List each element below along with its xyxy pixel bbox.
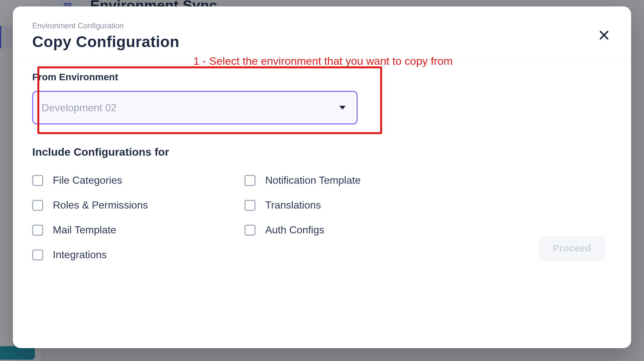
modal-body: From Environment Development 02 Include … <box>13 60 631 274</box>
checkbox-auth-configs[interactable]: Auth Configs <box>245 224 360 236</box>
close-button[interactable] <box>594 26 614 45</box>
checkbox-translations[interactable]: Translations <box>245 199 360 211</box>
copy-configuration-modal: Environment Configuration Copy Configura… <box>13 6 631 348</box>
checkbox-label: Auth Configs <box>265 224 324 236</box>
checkbox-input[interactable] <box>32 175 43 186</box>
chevron-down-icon <box>339 106 346 110</box>
checkbox-input[interactable] <box>245 225 255 236</box>
modal-eyebrow: Environment Configuration <box>32 21 612 30</box>
checkbox-label: Mail Template <box>53 224 116 236</box>
proceed-button[interactable]: Proceed <box>539 236 605 261</box>
from-environment-select[interactable]: Development 02 <box>32 91 358 124</box>
checkbox-label: Notification Template <box>265 174 360 186</box>
checkbox-notification-template[interactable]: Notification Template <box>245 174 360 186</box>
checkbox-label: Roles & Permissions <box>53 199 148 211</box>
checkbox-roles-permissions[interactable]: Roles & Permissions <box>32 199 148 211</box>
modal-header: Environment Configuration Copy Configura… <box>13 6 631 60</box>
modal-title: Copy Configuration <box>32 33 612 51</box>
checkbox-label: Integrations <box>53 249 107 261</box>
from-environment-value: Development 02 <box>42 102 117 114</box>
checkbox-input[interactable] <box>32 225 43 236</box>
checkbox-input[interactable] <box>32 249 43 260</box>
checkbox-input[interactable] <box>32 200 43 211</box>
checkbox-input[interactable] <box>245 175 255 186</box>
from-environment-label: From Environment <box>32 72 612 83</box>
include-configurations-label: Include Configurations for <box>32 146 612 158</box>
checkbox-column-1: File Categories Roles & Permissions Mail… <box>32 174 148 261</box>
checkbox-column-2: Notification Template Translations Auth … <box>245 174 360 261</box>
checkbox-file-categories[interactable]: File Categories <box>32 174 148 186</box>
checkbox-label: File Categories <box>53 174 122 186</box>
configuration-checkbox-grid: File Categories Roles & Permissions Mail… <box>32 174 612 261</box>
close-icon <box>598 29 610 42</box>
checkbox-integrations[interactable]: Integrations <box>32 249 148 261</box>
checkbox-mail-template[interactable]: Mail Template <box>32 224 148 236</box>
checkbox-label: Translations <box>265 199 321 211</box>
checkbox-input[interactable] <box>245 200 255 211</box>
